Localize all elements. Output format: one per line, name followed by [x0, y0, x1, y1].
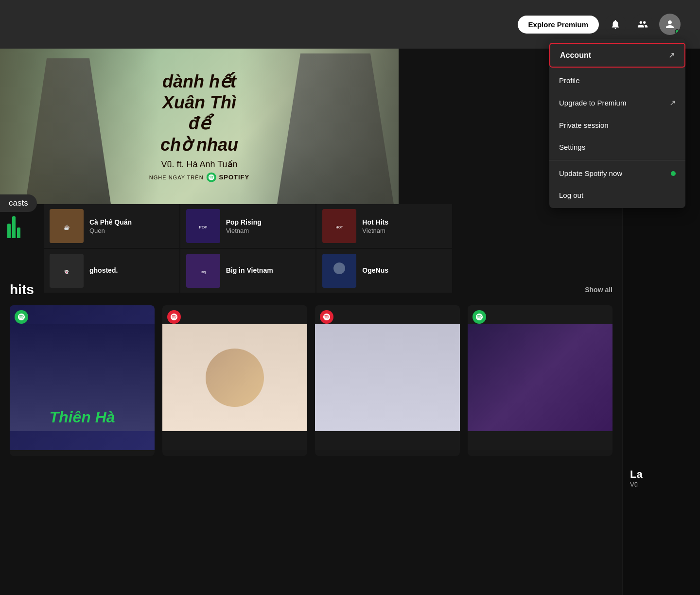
- profile-label: Profile: [559, 76, 580, 85]
- listen-label: NGHE NGAY TRÊN: [149, 174, 204, 180]
- online-indicator: [675, 29, 680, 34]
- music-subtitle-2: Vietnam: [362, 227, 446, 234]
- music-item-0[interactable]: ☕ Cà Phê Quán Quen: [44, 204, 179, 248]
- friends-button[interactable]: [632, 14, 653, 35]
- album-cover-1: [162, 305, 307, 450]
- eq-bar-3: [17, 228, 20, 238]
- update-dot-indicator: [671, 171, 676, 176]
- hits-section: hits Show all Thiên Hà: [0, 282, 622, 456]
- music-thumb-1: POP: [186, 209, 220, 243]
- music-info-3: ghosted.: [89, 266, 174, 275]
- album-grid: Thiên Hà: [0, 305, 622, 456]
- album-card-0[interactable]: Thiên Hà: [10, 305, 155, 456]
- music-subtitle-1: Vietnam: [226, 227, 310, 234]
- music-info-2: Hot Hits Vietnam: [362, 218, 446, 234]
- album-visual-3: [468, 324, 612, 431]
- music-title-1: Pop Rising: [226, 218, 310, 226]
- music-subtitle-0: Quen: [89, 227, 174, 234]
- avatar-icon: [664, 18, 676, 30]
- album-card-3[interactable]: [468, 305, 612, 456]
- dropdown-update[interactable]: Update Spotify now: [549, 162, 685, 184]
- spotify-logo-small: [207, 172, 216, 182]
- external-link-icon-upgrade: ↗: [669, 98, 676, 107]
- avatar-button[interactable]: [659, 14, 681, 35]
- update-label: Update Spotify now: [559, 169, 622, 177]
- album-art-circle: [206, 349, 264, 407]
- upgrade-label: Upgrade to Premium: [559, 99, 626, 107]
- dropdown-account[interactable]: Account ↗: [549, 43, 685, 68]
- explore-premium-button[interactable]: Explore Premium: [518, 16, 599, 34]
- logout-label: Log out: [559, 191, 583, 199]
- spotify-badge-2: [320, 310, 333, 324]
- music-title-3: ghosted.: [89, 266, 174, 274]
- album-cover-3: [468, 305, 612, 450]
- show-all-link[interactable]: Show all: [585, 286, 612, 294]
- music-item-1[interactable]: POP Pop Rising Vietnam: [180, 204, 316, 248]
- notification-button[interactable]: [605, 14, 626, 35]
- music-info-4: Big in Vietnam: [226, 266, 310, 275]
- album-card-2[interactable]: [315, 305, 460, 456]
- music-title-2: Hot Hits: [362, 218, 446, 226]
- svg-text:👻: 👻: [64, 269, 69, 274]
- music-thumb-2: HOT: [322, 209, 356, 243]
- album-card-1[interactable]: [162, 305, 307, 456]
- music-info-1: Pop Rising Vietnam: [226, 218, 310, 234]
- spotify-badge-1: [167, 310, 181, 324]
- equalizer-widget: [7, 214, 20, 238]
- music-grid: ☕ Cà Phê Quán Quen POP Pop Rising Vietna…: [44, 204, 452, 293]
- album-visual-1: [162, 324, 307, 431]
- external-link-icon: ↗: [668, 51, 675, 60]
- section-casts-label: casts: [0, 194, 37, 212]
- music-info-5: OgeNus: [362, 266, 446, 275]
- album-cover-0: Thiên Hà: [10, 305, 155, 450]
- music-title-5: OgeNus: [362, 266, 446, 274]
- settings-label: Settings: [559, 143, 585, 151]
- music-item-2[interactable]: HOT Hot Hits Vietnam: [316, 204, 452, 248]
- svg-text:HOT: HOT: [336, 226, 344, 229]
- sidebar-bottom-section: La Vũ: [630, 468, 643, 488]
- hits-title: hits: [10, 282, 34, 298]
- dropdown-logout[interactable]: Log out: [549, 184, 685, 206]
- dropdown-profile[interactable]: Profile: [549, 70, 685, 91]
- album-cover-2: [315, 305, 460, 450]
- hero-listen-on: NGHE NGAY TRÊN Spotify: [149, 172, 249, 182]
- bell-icon: [610, 19, 621, 30]
- dropdown-upgrade[interactable]: Upgrade to Premium ↗: [549, 91, 685, 114]
- hits-section-header: hits Show all: [0, 282, 622, 298]
- music-thumb-0: ☕: [50, 209, 84, 243]
- private-session-label: Private session: [559, 121, 609, 129]
- music-title-0: Cà Phê Quán: [89, 218, 174, 226]
- menu-divider: [549, 160, 685, 160]
- svg-point-11: [333, 262, 345, 274]
- hero-text: dành hết Xuân Thì để chờ nhau Vũ. ft. Hà…: [149, 71, 249, 182]
- svg-text:Big: Big: [201, 270, 206, 274]
- account-label: Account: [560, 51, 591, 60]
- music-title-4: Big in Vietnam: [226, 266, 310, 274]
- eq-bar-2: [12, 216, 16, 238]
- hero-artist: Vũ. ft. Hà Anh Tuấn: [149, 158, 249, 169]
- spotify-badge-0: [15, 310, 28, 324]
- hero-banner[interactable]: dành hết Xuân Thì để chờ nhau Vũ. ft. Hà…: [0, 49, 399, 204]
- svg-text:☕: ☕: [64, 224, 70, 230]
- hero-title: dành hết Xuân Thì để chờ nhau: [149, 71, 249, 155]
- people-icon: [637, 19, 648, 30]
- sidebar-bottom-label: La: [630, 468, 643, 481]
- spotify-label: Spotify: [219, 174, 250, 181]
- eq-bar-1: [7, 224, 11, 238]
- album-visual-0: Thiên Hà: [10, 324, 155, 431]
- music-info-0: Cà Phê Quán Quen: [89, 218, 174, 234]
- sidebar-artist-name: Vũ: [630, 481, 643, 488]
- dropdown-menu: Account ↗ Profile Upgrade to Premium ↗ P…: [549, 39, 685, 208]
- dropdown-settings[interactable]: Settings: [549, 136, 685, 158]
- album-visual-2: [315, 324, 460, 431]
- spotify-badge-3: [472, 310, 486, 324]
- svg-text:POP: POP: [199, 225, 207, 229]
- dropdown-private-session[interactable]: Private session: [549, 114, 685, 136]
